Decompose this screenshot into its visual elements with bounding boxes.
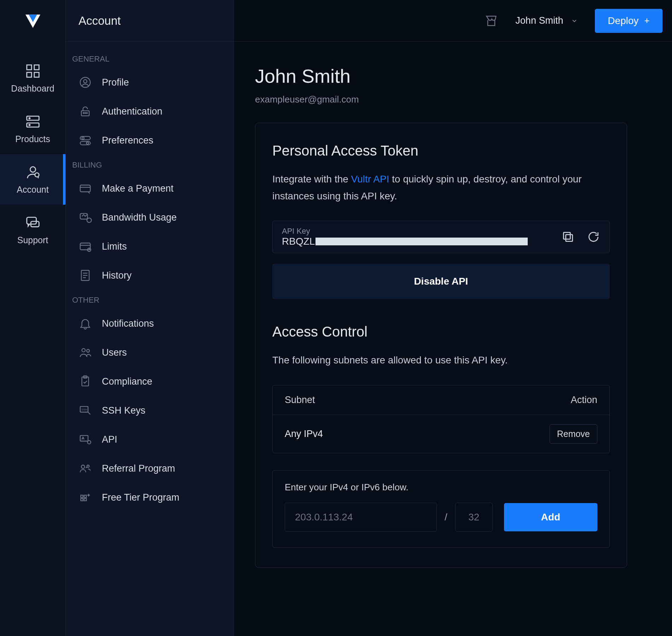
col-subnet: Subnet bbox=[285, 395, 315, 405]
page-title: John Smith bbox=[255, 65, 627, 87]
subnav-item-authentication[interactable]: Authentication bbox=[66, 97, 233, 126]
svg-rect-45 bbox=[84, 495, 86, 497]
deploy-button[interactable]: Deploy + bbox=[595, 9, 662, 33]
profile-icon bbox=[79, 76, 92, 89]
subnav-body: GENERAL Profile Authentication Preferenc… bbox=[66, 42, 233, 512]
rail-label: Products bbox=[15, 134, 50, 144]
rail-item-products[interactable]: Products bbox=[0, 104, 65, 154]
subnav-item-preferences[interactable]: Preferences bbox=[66, 126, 233, 155]
lock-icon bbox=[79, 105, 92, 118]
subnav-item-users[interactable]: Users bbox=[66, 338, 233, 367]
subnav-title: Account bbox=[66, 0, 233, 42]
subnav-label: Bandwidth Usage bbox=[102, 212, 177, 223]
grid-icon bbox=[25, 63, 41, 79]
subnav-label: Limits bbox=[102, 241, 127, 252]
content: John Smith exampleuser@gmail.com Persona… bbox=[234, 42, 672, 589]
rail-item-dashboard[interactable]: Dashboard bbox=[0, 53, 65, 104]
referral-icon bbox=[79, 462, 92, 475]
svg-point-6 bbox=[29, 118, 30, 119]
bell-icon bbox=[79, 317, 92, 330]
subnav-label: Free Tier Program bbox=[102, 492, 179, 503]
subnav-label: SSH Keys bbox=[102, 405, 145, 416]
svg-point-21 bbox=[86, 142, 88, 144]
subnav-item-api[interactable]: API bbox=[66, 425, 233, 454]
access-desc: The following subnets are allowed to use… bbox=[272, 352, 610, 369]
ssh-icon: SSH bbox=[79, 404, 92, 417]
limits-icon bbox=[79, 240, 92, 253]
subnav-item-profile[interactable]: Profile bbox=[66, 68, 233, 97]
subnav-label: Users bbox=[102, 347, 127, 358]
subnav-item-bandwidth[interactable]: Bandwidth Usage bbox=[66, 203, 233, 232]
svg-point-9 bbox=[35, 173, 39, 177]
ip-instruction: Enter your IPv4 or IPv6 below. bbox=[285, 482, 597, 493]
api-key-prefix: RBQZL bbox=[282, 236, 315, 247]
subnet-table: Subnet Action Any IPv4 Remove bbox=[272, 385, 610, 453]
subnav-item-freetier[interactable]: Free Tier Program bbox=[66, 483, 233, 512]
user-email: exampleuser@gmail.com bbox=[255, 94, 627, 105]
ip-input[interactable] bbox=[285, 503, 437, 532]
store-icon[interactable] bbox=[484, 14, 498, 28]
rail-label: Account bbox=[17, 185, 48, 195]
svg-rect-22 bbox=[80, 185, 91, 192]
svg-rect-48 bbox=[566, 235, 572, 241]
mask-input[interactable] bbox=[455, 503, 493, 532]
api-key-row: API Key RBQZL bbox=[272, 221, 610, 253]
rail-item-account[interactable]: Account bbox=[0, 154, 65, 205]
subnav-label: Notifications bbox=[102, 318, 154, 329]
subnav-label: API bbox=[102, 434, 117, 445]
primary-nav: Dashboard Products Account Support bbox=[0, 0, 66, 636]
pat-desc-pre: Integrate with the bbox=[272, 174, 351, 185]
svg-point-41 bbox=[87, 440, 91, 444]
svg-point-15 bbox=[83, 112, 84, 113]
ip-row: / Add bbox=[285, 503, 597, 532]
subnet-value: Any IPv4 bbox=[285, 428, 323, 439]
subnav-item-notifications[interactable]: Notifications bbox=[66, 309, 233, 338]
api-key-value[interactable]: RBQZL bbox=[282, 236, 549, 247]
rail-item-support[interactable]: Support bbox=[0, 205, 65, 255]
subnav-label: Profile bbox=[102, 77, 129, 88]
subnav-item-referral[interactable]: Referral Program bbox=[66, 454, 233, 483]
deploy-label: Deploy bbox=[608, 15, 638, 27]
svg-point-17 bbox=[86, 112, 87, 113]
refresh-icon[interactable] bbox=[587, 230, 600, 244]
toggles-icon bbox=[79, 134, 92, 147]
svg-rect-49 bbox=[563, 233, 570, 239]
svg-point-19 bbox=[82, 137, 84, 139]
svg-rect-44 bbox=[81, 495, 83, 497]
ip-form: Enter your IPv4 or IPv6 below. / Add bbox=[272, 470, 610, 548]
api-key-label: API Key bbox=[282, 227, 549, 236]
vultr-api-link[interactable]: Vultr API bbox=[351, 174, 389, 185]
subnav-label: Preferences bbox=[102, 135, 153, 146]
copy-icon[interactable] bbox=[561, 230, 575, 244]
subnav-item-compliance[interactable]: Compliance bbox=[66, 367, 233, 396]
logo[interactable] bbox=[22, 11, 44, 32]
remove-button[interactable]: Remove bbox=[550, 424, 597, 444]
svg-rect-2 bbox=[27, 72, 31, 77]
svg-rect-1 bbox=[34, 65, 39, 70]
pat-description: Integrate with the Vultr API to quickly … bbox=[272, 171, 610, 204]
disable-api-button[interactable]: Disable API bbox=[272, 264, 610, 299]
subnav-item-history[interactable]: History bbox=[66, 261, 233, 290]
clipboard-icon bbox=[79, 375, 92, 388]
group-other-label: OTHER bbox=[66, 290, 233, 309]
subnav-item-limits[interactable]: Limits bbox=[66, 232, 233, 261]
svg-point-16 bbox=[85, 112, 86, 113]
svg-text:SSH: SSH bbox=[81, 408, 87, 411]
col-action: Action bbox=[571, 395, 597, 405]
table-header: Subnet Action bbox=[273, 385, 609, 415]
plus-icon: + bbox=[644, 15, 650, 26]
account-subnav: Account GENERAL Profile Authentication P… bbox=[66, 0, 234, 636]
sparkle-icon bbox=[79, 491, 92, 504]
svg-rect-0 bbox=[27, 65, 31, 70]
server-icon bbox=[25, 113, 41, 130]
subnav-item-payment[interactable]: Make a Payment bbox=[66, 174, 233, 203]
add-button[interactable]: Add bbox=[504, 503, 597, 531]
group-general-label: GENERAL bbox=[66, 49, 233, 68]
chat-icon bbox=[25, 215, 41, 231]
bandwidth-icon bbox=[79, 211, 92, 224]
user-menu[interactable]: John Smith bbox=[515, 15, 578, 26]
subnav-item-sshkeys[interactable]: SSH SSH Keys bbox=[66, 396, 233, 425]
chevron-down-icon bbox=[571, 17, 578, 24]
svg-point-34 bbox=[82, 349, 86, 352]
subnav-label: Referral Program bbox=[102, 463, 175, 474]
